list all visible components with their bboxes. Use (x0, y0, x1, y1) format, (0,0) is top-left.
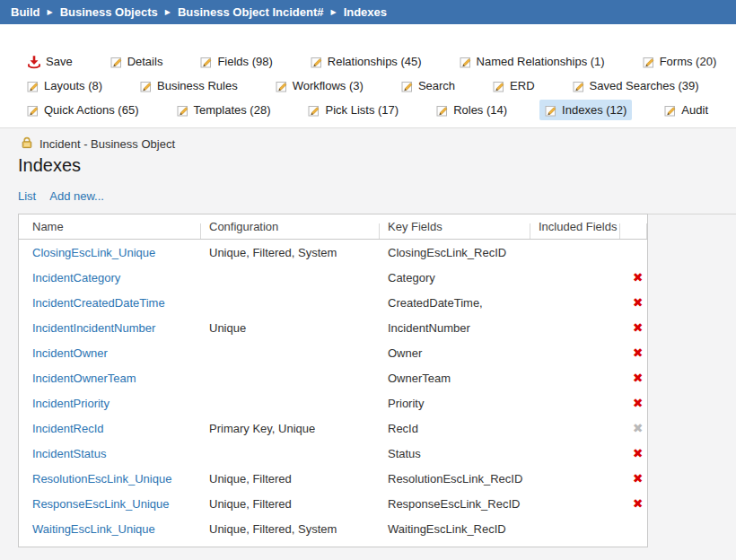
column-header-included-fields[interactable]: Included Fields (530, 214, 620, 239)
key-fields-cell: ResolutionEscLink_RecID (380, 472, 530, 486)
index-name-link[interactable]: IncidentOwner (32, 346, 108, 360)
toolbar-item-label: Search (418, 79, 455, 92)
toolbar-item-relationships[interactable]: Relationships (45) (305, 51, 427, 72)
pencil-icon (664, 104, 677, 117)
index-name-link[interactable]: ResponseEscLink_Unique (32, 497, 169, 511)
table-row: IncidentOwnerTeam OwnerTeam ✖ (19, 365, 647, 390)
pencil-icon (308, 104, 320, 117)
index-name-link[interactable]: IncidentOwnerTeam (32, 372, 136, 385)
toolbar-item-quick-actions[interactable]: Quick Actions (65) (22, 100, 145, 120)
column-header-configuration[interactable]: Configuration (201, 214, 380, 239)
breadcrumb-item-build[interactable]: Build (11, 5, 40, 19)
column-header-key-fields[interactable]: Key Fields (380, 214, 530, 239)
add-new-link[interactable]: Add new... (49, 189, 104, 203)
key-fields-cell: CreatedDateTime, (380, 296, 530, 310)
table-row: IncidentIncidentNumber Unique IncidentNu… (19, 315, 647, 340)
list-link[interactable]: List (18, 189, 36, 203)
index-name-link[interactable]: WaitingEscLink_Unique (32, 522, 155, 536)
delete-index-icon[interactable]: ✖ (633, 346, 644, 359)
toolbar-item-label: ERD (510, 79, 534, 92)
delete-index-icon[interactable]: ✖ (633, 271, 644, 284)
page-title: Indexes (18, 155, 81, 176)
toolbar-item-label: Workflows (3) (293, 79, 364, 92)
delete-index-icon[interactable]: ✖ (633, 296, 644, 309)
key-fields-cell: Status (380, 447, 530, 460)
toolbar-item-label: Saved Searches (39) (590, 79, 699, 92)
column-header-actions (620, 214, 647, 239)
toolbar-item-label: Layouts (8) (44, 79, 102, 92)
table-row: IncidentCreatedDateTime CreatedDateTime,… (19, 290, 647, 315)
index-name-link[interactable]: IncidentIncidentNumber (32, 321, 155, 335)
delete-index-icon[interactable]: ✖ (633, 397, 644, 409)
toolbar-item-label: Pick Lists (17) (325, 103, 399, 117)
toolbar-item-named-relationships[interactable]: Named Relationships (1) (454, 51, 610, 72)
delete-index-icon[interactable]: ✖ (633, 472, 644, 485)
table-row: ResponseEscLink_Unique Unique, Filtered … (19, 491, 647, 516)
index-name-link[interactable]: IncidentRecId (32, 422, 104, 435)
index-name-link[interactable]: ClosingEscLink_Unique (32, 246, 155, 259)
toolbar-item-audit[interactable]: Audit (659, 100, 714, 120)
pencil-icon (140, 80, 153, 92)
index-name-link[interactable]: IncidentPriority (32, 397, 110, 410)
key-fields-cell: ResponseEscLink_RecID (380, 497, 530, 511)
toolbar-item-label: Indexes (12) (562, 103, 626, 117)
toolbar-item-business-rules[interactable]: Business Rules (135, 75, 243, 96)
toolbar-item-details[interactable]: Details (105, 51, 169, 72)
configuration-cell: Unique, Filtered, System (201, 522, 380, 536)
toolbar-item-workflows[interactable]: Workflows (3) (270, 75, 369, 96)
delete-index-icon[interactable]: ✖ (633, 447, 644, 459)
column-header-name[interactable]: Name (19, 214, 201, 239)
configuration-cell: Unique, Filtered, System (201, 246, 380, 259)
configuration-cell: Unique (201, 321, 380, 335)
view-links: List Add new... (18, 189, 104, 203)
table-row: IncidentRecId Primary Key, Unique RecId … (19, 416, 647, 441)
toolbar-item-label: Named Relationships (1) (477, 55, 605, 68)
toolbar-item-pick-lists[interactable]: Pick Lists (17) (302, 100, 404, 120)
pencil-icon (460, 56, 472, 68)
breadcrumb-arrow-icon: ▶ (330, 9, 336, 16)
key-fields-cell: RecId (380, 422, 530, 435)
toolbar-item-label: Roles (14) (453, 103, 507, 117)
pencil-icon (401, 80, 414, 92)
breadcrumb-item-indexes[interactable]: Indexes (344, 5, 387, 19)
delete-index-icon[interactable]: ✖ (633, 497, 644, 510)
pencil-icon (276, 80, 288, 92)
toolbar-item-search[interactable]: Search (396, 75, 460, 96)
toolbar-item-saved-searches[interactable]: Saved Searches (39) (567, 75, 705, 96)
index-name-link[interactable]: IncidentCategory (32, 271, 120, 284)
key-fields-cell: IncidentNumber (380, 321, 530, 335)
index-name-link[interactable]: ResolutionEscLink_Unique (32, 472, 171, 486)
toolbar-item-save[interactable]: Save (22, 51, 78, 73)
key-fields-cell: OwnerTeam (380, 372, 530, 385)
pencil-icon (493, 80, 505, 92)
table-header-row: Name Configuration Key Fields Included F… (19, 214, 647, 240)
breadcrumb: Build ▶ Business Objects ▶ Business Obje… (0, 0, 736, 24)
business-object-header: Incident - Business Object (20, 136, 175, 153)
toolbar-item-forms[interactable]: Forms (20) (637, 51, 723, 72)
toolbar-item-label: Forms (20) (660, 55, 717, 68)
pencil-icon (110, 56, 123, 68)
toolbar-item-label: Save (46, 55, 73, 68)
toolbar-item-label: Quick Actions (65) (44, 103, 139, 117)
breadcrumb-arrow-icon: ▶ (165, 9, 171, 16)
index-name-link[interactable]: IncidentStatus (32, 447, 106, 460)
configuration-cell: Primary Key, Unique (201, 422, 380, 435)
delete-index-icon[interactable]: ✖ (633, 321, 644, 334)
index-name-link[interactable]: IncidentCreatedDateTime (32, 296, 165, 310)
toolbar-item-layouts[interactable]: Layouts (8) (22, 75, 108, 96)
pencil-icon (27, 104, 39, 117)
toolbar-item-fields[interactable]: Fields (98) (195, 51, 277, 72)
pencil-icon (436, 104, 449, 117)
toolbar-item-erd[interactable]: ERD (487, 75, 539, 96)
toolbar-item-indexes[interactable]: Indexes (12) (539, 100, 632, 120)
breadcrumb-item-business-objects[interactable]: Business Objects (60, 5, 158, 19)
pencil-icon (200, 56, 213, 68)
breadcrumb-item-business-object-incident[interactable]: Business Object Incident# (178, 5, 324, 19)
pencil-icon (27, 80, 39, 92)
toolbar-item-roles[interactable]: Roles (14) (431, 100, 513, 120)
toolbar-item-templates[interactable]: Templates (28) (171, 100, 276, 120)
delete-index-icon[interactable]: ✖ (633, 372, 644, 384)
pencil-icon (573, 80, 585, 92)
toolbar-row-1: Save Details Fields (98) Relationships (… (22, 49, 736, 74)
indexes-table: Name Configuration Key Fields Included F… (18, 214, 648, 547)
